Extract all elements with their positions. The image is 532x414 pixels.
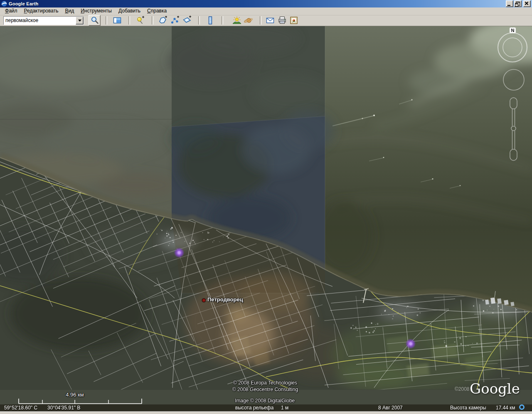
toolbar-separator: [152, 16, 153, 25]
close-button[interactable]: [523, 0, 531, 7]
status-latitude: 59°52'18.60" С: [4, 404, 37, 411]
printer-icon: [277, 15, 287, 25]
sky-button[interactable]: [243, 15, 255, 26]
zoom-out-button[interactable]: [510, 149, 517, 160]
add-placemark-button[interactable]: [134, 15, 146, 26]
status-camera-value: 17.44 км: [496, 404, 515, 411]
navigation-controls: N: [495, 26, 532, 163]
save-image-icon: [289, 16, 298, 25]
sunlight-button[interactable]: [231, 15, 243, 26]
minimize-button[interactable]: [506, 0, 513, 7]
copyright-line-1: © 2008 Europa Technologies: [203, 380, 328, 386]
toolbar-separator: [222, 16, 223, 25]
title-bar: Google Earth: [0, 0, 532, 7]
menu-item-5[interactable]: Справка: [144, 7, 170, 15]
ruler-button[interactable]: [205, 15, 216, 26]
copyright-line-2: © 2008 Geocentre Consulting: [203, 387, 328, 392]
save-image-button[interactable]: [288, 15, 299, 26]
status-longitude: 30°04'35.91" В: [47, 404, 80, 411]
zoom-in-button[interactable]: [510, 98, 517, 109]
restore-icon: [516, 2, 520, 6]
status-camera-label: Высота камеры: [450, 404, 486, 411]
sun-icon: [232, 15, 242, 25]
streaming-indicator-icon: [519, 404, 525, 410]
toolbar: [0, 15, 532, 26]
compass-ring[interactable]: N: [498, 27, 527, 62]
email-icon: [265, 15, 275, 25]
google-logo-watermark: Google: [470, 380, 520, 397]
search-result-marker[interactable]: [174, 248, 184, 258]
status-bar: 59°52'18.60" С 30°04'35.91" В высота рел…: [0, 404, 532, 411]
toolbar-separator: [106, 16, 107, 25]
image-overlay-icon: [182, 15, 192, 25]
status-imagery-date: 8 Авг 2007: [378, 404, 403, 411]
toolbar-separator: [260, 16, 261, 25]
chevron-down-icon: [78, 20, 81, 22]
zoom-slider-knob[interactable]: [511, 126, 516, 131]
path-icon: [170, 15, 180, 25]
placemark-label[interactable]: Петродворец: [207, 296, 243, 303]
minimize-icon: [507, 5, 510, 6]
map-viewport[interactable]: N 4.96 км Петродворец: [0, 26, 532, 411]
search-icon: [90, 16, 99, 25]
saturn-planet-icon: [244, 15, 254, 25]
add-image-overlay-button[interactable]: [181, 15, 193, 26]
copyright-line-3: Image © 2008 DigitalGlobe: [235, 398, 295, 404]
toolbar-separator: [128, 16, 130, 25]
google-earth-window: Google Earth ФайлРедактироватьВидИнструм…: [0, 0, 532, 414]
search-dropdown-button[interactable]: [76, 17, 84, 25]
print-button[interactable]: [276, 15, 288, 26]
pushpin-icon: [135, 15, 145, 25]
status-terrain-value: 1 м: [281, 404, 288, 411]
menu-item-0[interactable]: Файл: [2, 7, 21, 15]
menu-bar: ФайлРедактироватьВидИнструментыДобавитьС…: [0, 7, 532, 15]
sidebar-panel-icon: [113, 16, 122, 25]
status-terrain-label: высота рельефа: [235, 404, 273, 411]
add-polygon-button[interactable]: [157, 15, 169, 26]
satellite-imagery[interactable]: [0, 26, 532, 411]
restore-button[interactable]: [514, 0, 522, 7]
menu-item-1[interactable]: Редактировать: [21, 7, 62, 15]
placemark-dot[interactable]: [202, 298, 206, 302]
google-earth-logo-icon: [1, 1, 7, 7]
menu-item-2[interactable]: Вид: [62, 7, 77, 15]
add-path-button[interactable]: [169, 15, 181, 26]
search-button[interactable]: [89, 15, 101, 26]
pan-joystick[interactable]: [503, 69, 524, 90]
search-input[interactable]: [4, 17, 76, 25]
zoom-slider[interactable]: [510, 98, 517, 160]
search-combobox: [3, 16, 84, 25]
polygon-icon: [158, 15, 168, 25]
scale-label: 4.96 км: [50, 392, 100, 398]
email-button[interactable]: [264, 15, 276, 26]
show-sidebar-button[interactable]: [111, 15, 123, 26]
window-title: Google Earth: [9, 0, 506, 7]
search-result-marker[interactable]: [406, 339, 416, 349]
ruler-icon: [206, 16, 215, 25]
window-frame-bottom: [0, 411, 532, 414]
menu-item-3[interactable]: Инструменты: [77, 7, 115, 15]
google-watermark-year: ©2008: [455, 386, 470, 392]
compass-north-label: N: [511, 28, 515, 33]
toolbar-separator: [198, 16, 200, 25]
menu-item-4[interactable]: Добавить: [115, 7, 144, 15]
